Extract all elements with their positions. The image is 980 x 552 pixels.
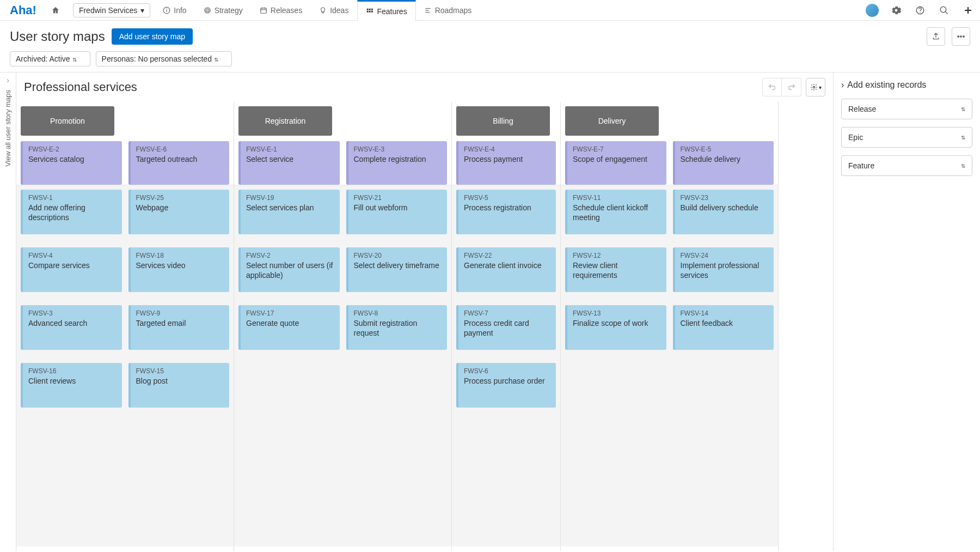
calendar-icon (260, 7, 267, 14)
epic-card[interactable]: FWSV-E-3Complete registration (346, 141, 448, 185)
svg-point-22 (940, 7, 946, 13)
nav-info[interactable]: Info (155, 0, 195, 20)
feature-card[interactable]: FWSV-3Advanced search (21, 305, 122, 350)
feature-ref: FWSV-3 (28, 310, 117, 317)
feature-title: Services video (136, 260, 224, 270)
search-button[interactable] (932, 0, 956, 20)
feature-card[interactable]: FWSV-8Submit registration request (346, 305, 448, 350)
help-button[interactable] (908, 0, 932, 20)
epic-select[interactable]: Epic⇅ (841, 127, 972, 148)
feature-card[interactable]: FWSV-4Compare services (21, 247, 122, 292)
epic-card[interactable]: FWSV-E-2Services catalog (21, 141, 122, 185)
board-title: Professional services (24, 80, 137, 94)
feature-title: Generate quote (246, 318, 334, 328)
chevron-right-icon: › (7, 76, 9, 84)
feature-card[interactable]: FWSV-1Add new offering descriptions (21, 190, 122, 234)
feature-title: Blog post (136, 376, 224, 386)
logo[interactable]: Aha! (0, 3, 43, 17)
redo-icon (787, 83, 796, 92)
feature-card[interactable]: FWSV-12Review client requirements (565, 247, 666, 292)
filter-personas-label: Personas: No personas selected (102, 54, 212, 63)
feature-ref: FWSV-13 (573, 310, 661, 317)
feature-card[interactable]: FWSV-13Finalize scope of work (565, 305, 666, 350)
feature-title: Add new offering descriptions (28, 203, 117, 222)
feature-card[interactable]: FWSV-16Client reviews (21, 363, 122, 408)
epic-ref: FWSV-E-6 (136, 145, 224, 153)
bulb-icon (319, 7, 327, 14)
redo-button[interactable] (782, 78, 801, 96)
add-button[interactable] (956, 0, 980, 20)
sort-icon: ⇅ (961, 135, 965, 141)
side-panel-title[interactable]: ›Add existing records (841, 80, 972, 90)
feature-card[interactable]: FWSV-18Services video (128, 247, 230, 292)
nav-releases[interactable]: Releases (252, 0, 311, 20)
epic-title: Services catalog (28, 154, 117, 164)
feature-card[interactable]: FWSV-6Process purchase order (456, 363, 556, 408)
svg-rect-11 (367, 8, 369, 10)
nav-strategy[interactable]: Strategy (195, 0, 252, 20)
feature-card[interactable]: FWSV-25Webpage (128, 190, 230, 234)
step-card[interactable]: Promotion (21, 106, 114, 136)
nav-ideas[interactable]: Ideas (311, 0, 357, 20)
svg-rect-12 (369, 8, 371, 10)
feature-card[interactable]: FWSV-17Generate quote (238, 305, 340, 350)
feature-card[interactable]: FWSV-7Process credit card payment (456, 305, 556, 350)
feature-card[interactable]: FWSV-2Select number of users (if applica… (238, 247, 340, 292)
epic-card[interactable]: FWSV-E-1Select service (238, 141, 340, 185)
subheader: User story maps Add user story map ••• A… (0, 21, 980, 72)
feature-card[interactable]: FWSV-20Select delivery timeframe (346, 247, 448, 292)
share-button[interactable] (927, 27, 945, 46)
filter-archived[interactable]: Archived: Active⇅ (10, 51, 90, 66)
board-header: Professional services ▾ (16, 72, 833, 102)
feature-title: Select services plan (246, 203, 334, 213)
user-avatar[interactable] (860, 0, 884, 20)
step-card[interactable]: Registration (238, 106, 332, 136)
top-nav: Aha! Fredwin Services ▾ Info Strategy Re… (0, 0, 980, 21)
svg-rect-14 (367, 10, 369, 12)
feature-card[interactable]: FWSV-19Select services plan (238, 190, 340, 234)
settings-button[interactable] (884, 0, 908, 20)
feature-card[interactable]: FWSV-22Generate client invoice (456, 247, 556, 292)
release-select[interactable]: Release⇅ (841, 99, 972, 119)
epic-title: Process payment (464, 154, 550, 164)
gear-icon (891, 5, 901, 15)
svg-point-2 (167, 8, 168, 9)
feature-card[interactable]: FWSV-15Blog post (128, 363, 230, 408)
feature-card[interactable]: FWSV-9Targeted email (128, 305, 230, 350)
feature-select[interactable]: Feature⇅ (841, 155, 972, 176)
nav-features-label: Features (377, 7, 407, 16)
nav-features[interactable]: Features (357, 0, 415, 21)
feature-title: Select delivery timeframe (354, 260, 442, 270)
feature-title: Compare services (28, 260, 117, 270)
add-user-story-map-button[interactable]: Add user story map (112, 28, 193, 45)
workspace-label: Fredwin Services (79, 6, 137, 15)
feature-card[interactable]: FWSV-24Implement professional services (673, 247, 774, 292)
step-card[interactable]: Delivery (565, 106, 659, 136)
epic-card[interactable]: FWSV-E-6Targeted outreach (128, 141, 230, 185)
feature-ref: FWSV-9 (136, 310, 224, 317)
board-settings-button[interactable]: ▾ (806, 78, 825, 96)
step-card[interactable]: Billing (456, 106, 550, 136)
nav-roadmaps[interactable]: Roadmaps (416, 0, 481, 20)
epic-card[interactable]: FWSV-E-4Process payment (456, 141, 556, 185)
left-rail[interactable]: › View all user story maps (0, 72, 16, 551)
feature-card[interactable]: FWSV-14Client feedback (673, 305, 774, 350)
feature-ref: FWSV-24 (681, 252, 769, 259)
rail-label: View all user story maps (4, 90, 12, 167)
filter-personas[interactable]: Personas: No personas selected⇅ (96, 51, 232, 66)
feature-card[interactable]: FWSV-5Process registration (456, 190, 556, 234)
epic-card[interactable]: FWSV-E-5Schedule delivery (673, 141, 774, 185)
feature-card[interactable]: FWSV-21Fill out webform (346, 190, 448, 234)
feature-card[interactable]: FWSV-11Schedule client kickoff meeting (565, 190, 666, 234)
epic-card[interactable]: FWSV-E-7Scope of engagement (565, 141, 666, 185)
feature-ref: FWSV-1 (28, 194, 117, 202)
workspace-selector[interactable]: Fredwin Services ▾ (73, 3, 150, 17)
feature-card[interactable]: FWSV-23Build delivery schedule (673, 190, 774, 234)
undo-button[interactable] (762, 78, 782, 96)
more-button[interactable]: ••• (952, 27, 970, 46)
feature-ref: FWSV-2 (246, 252, 334, 259)
chevron-down-icon: ▾ (819, 84, 822, 90)
sort-icon: ⇅ (961, 106, 965, 112)
nav-releases-label: Releases (271, 6, 302, 15)
nav-home[interactable] (43, 0, 69, 20)
